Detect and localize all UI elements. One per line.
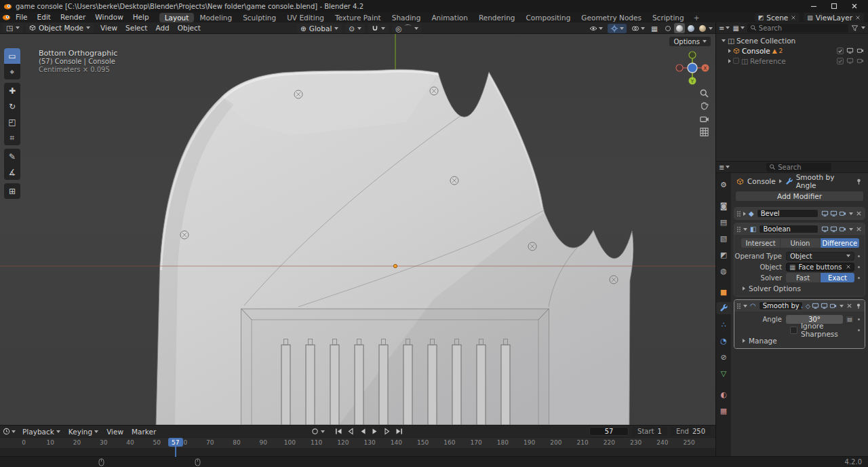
- object-origin[interactable]: [393, 264, 397, 267]
- mode-dropdown[interactable]: Object Mode: [26, 23, 94, 33]
- end-frame-field[interactable]: End250: [671, 427, 711, 436]
- properties-search-input[interactable]: [778, 164, 829, 171]
- clear-object-icon[interactable]: [846, 264, 851, 269]
- minimize-button[interactable]: [804, 0, 824, 12]
- tool-add-cube[interactable]: ⊞: [4, 183, 20, 199]
- play-reverse-button[interactable]: [357, 427, 368, 436]
- filter-funnel-icon[interactable]: [851, 24, 859, 32]
- viewport-display-toggle[interactable]: [821, 302, 828, 310]
- pivot-point-dropdown[interactable]: ⊙: [345, 24, 365, 33]
- extras-dropdown-icon[interactable]: [849, 212, 853, 215]
- properties-tab-scene[interactable]: ◩: [716, 248, 731, 261]
- workspace-tab-geometry-nodes[interactable]: Geometry Nodes: [576, 13, 647, 22]
- render-display-toggle[interactable]: [829, 302, 837, 310]
- menu-window[interactable]: Window: [90, 12, 127, 22]
- outliner-search-box[interactable]: [747, 24, 848, 33]
- workspace-tab-sculpting[interactable]: Sculpting: [237, 13, 281, 22]
- render-display-toggle[interactable]: [839, 225, 846, 233]
- disclosure-icon[interactable]: [728, 49, 731, 53]
- options-dropdown[interactable]: Options: [669, 37, 711, 46]
- exclude-checkbox[interactable]: [837, 58, 844, 64]
- disclosure-icon[interactable]: [722, 39, 726, 42]
- outliner-editor-button[interactable]: ≡: [719, 24, 730, 32]
- drag-handle-icon[interactable]: [737, 211, 741, 217]
- timeline-ruler[interactable]: 0102030405060708090100110120130140150160…: [0, 437, 715, 448]
- outliner-row-scene-collection[interactable]: ◫ Scene Collection: [716, 35, 868, 45]
- chevron-down-icon[interactable]: [861, 26, 865, 29]
- expand-caret-icon[interactable]: [743, 212, 746, 216]
- animate-dot[interactable]: [858, 329, 860, 331]
- outliner-display-mode-button[interactable]: ▦: [732, 24, 744, 32]
- outliner-row-reference[interactable]: ◫ Reference: [716, 56, 868, 66]
- tool-transform[interactable]: ⌗: [4, 130, 20, 145]
- tool-move[interactable]: ✚: [4, 83, 20, 98]
- workspace-tab-layout[interactable]: Layout: [159, 13, 195, 22]
- delete-modifier-icon[interactable]: [856, 210, 862, 217]
- workspace-tab-texture-paint[interactable]: Texture Paint: [330, 13, 387, 22]
- jump-to-start-button[interactable]: [333, 427, 344, 436]
- properties-editor-button[interactable]: ≣: [719, 164, 730, 171]
- proportional-editing-dropdown[interactable]: ◎ ⌒: [392, 24, 422, 33]
- properties-tab-material[interactable]: ◐: [716, 388, 731, 400]
- render-visibility-icon[interactable]: [856, 47, 864, 54]
- disclosure-icon[interactable]: [728, 59, 731, 63]
- row-label[interactable]: Scene Collection: [736, 37, 795, 45]
- tool-select-box[interactable]: ▭: [4, 48, 20, 64]
- extras-dropdown-icon[interactable]: [840, 305, 844, 307]
- xray-toggle[interactable]: ▦: [650, 24, 659, 33]
- solver-options-subpanel[interactable]: Solver Options: [734, 283, 865, 293]
- editmode-display-toggle[interactable]: [821, 225, 829, 233]
- tool-measure[interactable]: ∡: [4, 164, 20, 180]
- properties-tab-view-layer[interactable]: ▧: [716, 232, 731, 244]
- viewport-menu-add[interactable]: Add: [151, 24, 173, 32]
- properties-tab-physics[interactable]: ◔: [716, 335, 731, 347]
- scene-unlink-icon[interactable]: [791, 15, 796, 20]
- blender-menu-icon[interactable]: [2, 13, 11, 22]
- drag-handle-icon[interactable]: [737, 227, 741, 232]
- properties-tab-particles[interactable]: ∴: [716, 318, 731, 331]
- delete-modifier-icon[interactable]: [846, 303, 852, 309]
- viewport-menu-view[interactable]: View: [96, 24, 121, 32]
- playhead[interactable]: 57: [168, 438, 183, 447]
- modifier-header-bevel[interactable]: ◆ Bevel: [734, 208, 865, 219]
- row-label[interactable]: Console: [742, 47, 770, 55]
- row-label[interactable]: Reference: [750, 57, 786, 65]
- axis-neg-x-ball[interactable]: [676, 64, 683, 71]
- shading-material-button[interactable]: [686, 23, 696, 33]
- tool-cursor[interactable]: ⌖: [4, 64, 20, 79]
- close-button[interactable]: [844, 0, 865, 12]
- next-keyframe-button[interactable]: [382, 427, 393, 436]
- timeline-menu-marker[interactable]: Marker: [127, 428, 160, 436]
- shading-rendered-button[interactable]: [697, 23, 708, 33]
- view-layer-unlink-icon[interactable]: [855, 15, 861, 20]
- properties-tab-output[interactable]: ▤: [716, 216, 731, 228]
- axis-neg-y-ball[interactable]: [689, 52, 696, 58]
- properties-tab-texture[interactable]: ▦: [716, 405, 731, 417]
- animate-dot[interactable]: [858, 318, 860, 320]
- node-group-toggle[interactable]: ◇: [806, 303, 810, 310]
- timeline-menu-view[interactable]: View: [102, 428, 127, 436]
- overlays-dropdown[interactable]: [630, 24, 646, 33]
- operand-type-dropdown[interactable]: Object: [786, 252, 854, 261]
- timeline-menu-keying[interactable]: Keying: [64, 428, 102, 436]
- maximize-button[interactable]: [824, 0, 844, 12]
- current-frame-field[interactable]: 57: [589, 427, 629, 436]
- extras-dropdown-icon[interactable]: [849, 228, 853, 231]
- scene-selector[interactable]: ◩ Scene: [755, 13, 800, 22]
- tool-scale[interactable]: ◰: [4, 114, 20, 130]
- playhead-line[interactable]: [175, 447, 176, 457]
- breadcrumb-modifier[interactable]: Smooth by Angle: [796, 173, 852, 189]
- properties-tab-world[interactable]: ◍: [716, 265, 731, 277]
- breadcrumb-object[interactable]: Console: [747, 177, 776, 185]
- collection-exclude-checkbox[interactable]: [733, 58, 739, 64]
- viewport-visibility-icon[interactable]: [846, 47, 854, 54]
- delete-modifier-icon[interactable]: [856, 226, 862, 232]
- render-visibility-icon[interactable]: [856, 57, 864, 64]
- modifier-header-smooth[interactable]: ◠ Smooth by Angle ◇: [734, 300, 865, 312]
- start-frame-field[interactable]: Start1: [632, 427, 667, 436]
- timeline-editor-button[interactable]: [3, 428, 16, 435]
- play-button[interactable]: [370, 427, 380, 436]
- editor-type-button[interactable]: ◳: [3, 23, 23, 33]
- viewport-menu-object[interactable]: Object: [174, 24, 205, 32]
- camera-view-icon[interactable]: [699, 114, 709, 124]
